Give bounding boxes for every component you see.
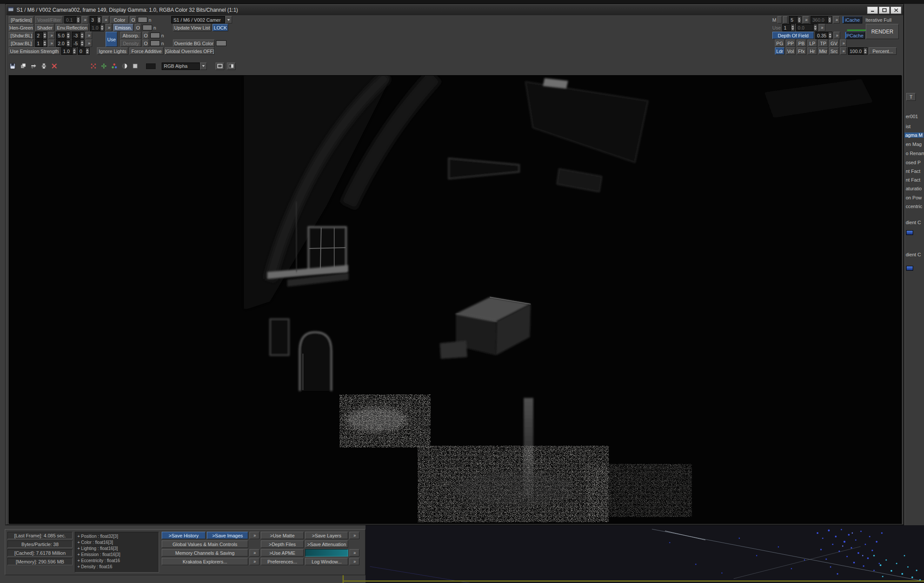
side-panel-item-selected[interactable]: agma M	[904, 132, 924, 138]
save-attenuation-button[interactable]: >Save Attenuation	[305, 540, 348, 548]
override-bg-color-button[interactable]: Override BG Color	[173, 40, 215, 47]
expand-button[interactable]: »	[106, 24, 112, 31]
side-panel-item[interactable]: nt Fact	[906, 169, 921, 174]
icache-button[interactable]: iCache	[842, 16, 862, 23]
percent-button[interactable]: Percent...	[869, 47, 897, 55]
element-button-vol[interactable]: Vol	[786, 47, 795, 55]
pass-button-lp[interactable]: LP	[808, 40, 817, 47]
close-button[interactable]	[891, 7, 901, 14]
shadow-spinner-3[interactable]: -3	[72, 32, 84, 39]
side-panel-item[interactable]: er001	[906, 114, 918, 119]
alpha-channel-button[interactable]	[121, 63, 129, 70]
channel-mode-dropdown[interactable]: RGB Alpha	[162, 63, 207, 70]
pass-button-pp[interactable]: PP	[786, 40, 795, 47]
save-layers-button[interactable]: >Save Layers	[305, 532, 348, 539]
side-panel-item[interactable]: ist	[906, 124, 911, 129]
expand-button[interactable]: »	[103, 16, 109, 23]
expand-button[interactable]: »	[48, 32, 55, 39]
expand-button[interactable]: »	[86, 32, 92, 39]
use-emission-strength-button[interactable]: Use Emission Strength	[9, 47, 60, 55]
split-view-button[interactable]	[227, 63, 236, 70]
attenuation-map-swatch[interactable]	[305, 549, 348, 556]
spinner-arrows[interactable]	[80, 32, 84, 39]
camera-dropdown[interactable]: S1 / M6 / V002 Camer	[171, 16, 232, 23]
background-viewport[interactable]	[366, 525, 924, 583]
emission-exponent-spinner[interactable]: 0	[78, 47, 90, 55]
spinner-arrows[interactable]	[66, 32, 70, 39]
pass-button-gv[interactable]: GV	[829, 40, 839, 47]
shading-mode-button[interactable]: [Hen-Green]	[9, 24, 34, 31]
element-button-src[interactable]: Src	[829, 47, 839, 55]
emission-strength-spinner[interactable]: 1.0	[61, 47, 76, 55]
element-button-ffx[interactable]: Ffx	[797, 47, 806, 55]
particles-mode-button[interactable]: [Particles]	[9, 16, 34, 23]
element-button-mkr[interactable]: Mkr	[818, 47, 828, 55]
absorption-override-toggle[interactable]: O	[143, 32, 149, 39]
render-button[interactable]: RENDER	[866, 24, 899, 39]
use-matte-button[interactable]: >Use Matte	[261, 532, 304, 539]
preferences-button[interactable]: Preferences...	[261, 558, 304, 565]
rgb-channel-button[interactable]	[110, 63, 118, 70]
ignore-lights-button[interactable]: Ignore Lights	[97, 47, 128, 55]
gradient-swatch[interactable]	[906, 266, 913, 271]
spinner-arrows[interactable]	[797, 17, 801, 23]
krakatoa-explorers-button[interactable]: Krakatoa Explorers...	[162, 558, 248, 565]
density-channel-button[interactable]: Density	[120, 40, 141, 47]
absorption-override-swatch[interactable]	[150, 33, 160, 38]
pass-button-tp[interactable]: TP	[818, 40, 828, 47]
maximize-button[interactable]	[879, 7, 890, 14]
expand-button[interactable]: »	[833, 16, 840, 23]
density-override-swatch[interactable]	[150, 40, 160, 46]
spinner-arrows[interactable]	[66, 40, 70, 46]
pass-button-pg[interactable]: PG	[775, 40, 784, 47]
red-channel-button[interactable]	[90, 63, 97, 70]
title-bar[interactable]: S1 / M6 / V002 Camera002, frame 149, Dis…	[6, 5, 903, 15]
spinner-arrows[interactable]	[80, 40, 84, 46]
spinner-arrows[interactable]	[813, 24, 817, 31]
spinner-arrows[interactable]	[43, 32, 47, 39]
update-view-list-button[interactable]: Update View List	[173, 24, 211, 31]
side-panel-item[interactable]: dient C	[906, 252, 921, 257]
green-channel-button[interactable]	[100, 63, 108, 70]
gradient-swatch[interactable]	[906, 230, 913, 235]
expand-button[interactable]: »	[86, 40, 92, 47]
env-reflection-button[interactable]: Env.Reflection	[56, 24, 89, 31]
voxel-size-spinner[interactable]: 0.1	[64, 16, 80, 23]
dropdown-arrow-icon[interactable]	[200, 63, 207, 70]
expand-button[interactable]: »	[48, 40, 55, 47]
mono-channel-button[interactable]	[131, 63, 139, 70]
side-panel-item[interactable]: osed P	[906, 160, 921, 165]
small-toggle-1[interactable]	[778, 16, 782, 23]
offset-spinner[interactable]: 0.0	[796, 24, 818, 31]
expand-button[interactable]: »	[803, 16, 809, 23]
expand-button[interactable]: »	[249, 549, 259, 556]
delete-button[interactable]	[50, 63, 58, 70]
filter-size-spinner[interactable]: 3	[90, 16, 101, 23]
absorption-channel-button[interactable]: Absorp.	[120, 32, 141, 39]
shadow-spinner-1[interactable]: 2	[35, 32, 47, 39]
global-overrides-button[interactable]: [Global Overrides OFF]	[165, 47, 214, 55]
spinner-arrows[interactable]	[76, 17, 80, 23]
expand-button[interactable]: »	[349, 549, 359, 556]
pcache-button[interactable]: PCache	[845, 32, 865, 39]
expand-button[interactable]: »	[840, 40, 847, 47]
emission-override-swatch[interactable]	[143, 25, 152, 30]
spinner-arrows[interactable]	[863, 48, 867, 54]
shadow-bl-button[interactable]: [Shdw:BL]	[9, 32, 34, 39]
side-panel-item[interactable]: aturatio	[906, 186, 922, 191]
expand-button[interactable]: »	[249, 532, 259, 539]
use-apme-button[interactable]: >Use APME	[261, 549, 304, 556]
expand-button[interactable]: »	[249, 558, 259, 565]
side-panel-item[interactable]: o Renam	[906, 151, 924, 156]
spinner-arrows[interactable]	[72, 48, 76, 54]
expand-button[interactable]: »	[349, 558, 359, 565]
expand-button[interactable]: »	[840, 47, 847, 55]
side-panel-item[interactable]: ccentric	[906, 204, 922, 209]
spinner-arrows[interactable]	[828, 32, 832, 39]
background-swatch[interactable]	[146, 63, 156, 69]
spinner-arrows[interactable]	[43, 40, 47, 46]
small-toggle-2[interactable]	[783, 16, 788, 23]
spinner-arrows[interactable]	[828, 17, 831, 23]
save-images-button[interactable]: >Save Images	[207, 532, 248, 539]
draw-spinner-1[interactable]: 1	[35, 40, 47, 47]
